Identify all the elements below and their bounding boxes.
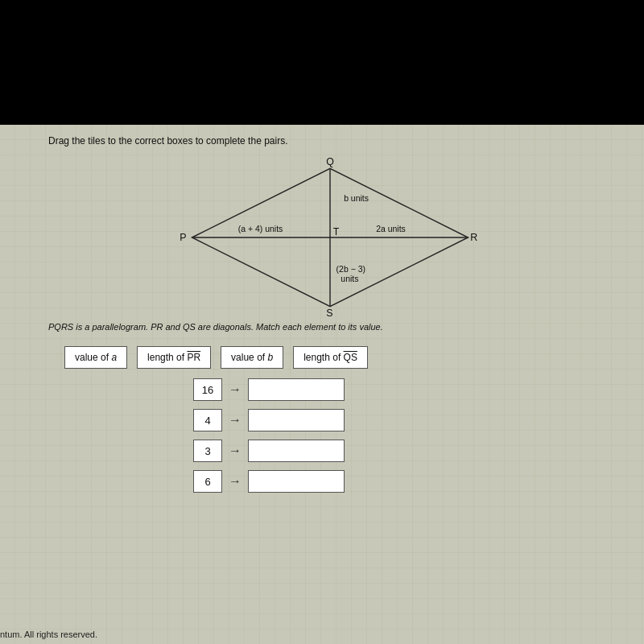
description-span: PQRS is a parallelogram. PR and QS are d… [48,322,383,332]
point-P-label: P [180,232,186,243]
tile-length-pr[interactable]: length of PR [137,346,211,369]
answer-box-4[interactable] [248,409,345,431]
footer-text: ntum. All rights reserved. [0,630,97,639]
parallelogram-diagram: P Q R S T b units (a + 4) units 2a units… [161,157,499,318]
label-TR: 2a units [376,225,406,233]
number-box-3: 3 [193,440,222,462]
number-box-4: 4 [193,409,222,431]
matching-section: 16 → 4 → 3 → 6 → [193,378,345,493]
arrow-6: → [229,474,242,489]
number-box-6: 6 [193,470,222,493]
number-box-16: 16 [193,378,222,401]
tile-value-b[interactable]: value of b [221,346,283,369]
answer-box-16[interactable] [248,378,345,401]
diagram-area: P Q R S T b units (a + 4) units 2a units… [161,157,499,318]
match-row-3: 3 → [193,440,345,462]
arrow-16: → [229,382,242,397]
match-row-16: 16 → [193,378,345,401]
arrow-3: → [229,444,242,458]
label-TS: (2b − 3) [336,265,365,274]
point-R-label: R [470,232,477,243]
match-row-6: 6 → [193,470,345,493]
label-PT: (a + 4) units [238,225,283,233]
match-row-4: 4 → [193,409,345,431]
point-Q-label: Q [326,157,334,167]
tiles-row: value of a length of PR value of b lengt… [64,346,368,369]
tile-length-qs[interactable]: length of QS [293,346,368,369]
answer-box-6[interactable] [248,470,345,493]
point-S-label: S [326,308,332,318]
instructions-text: Drag the tiles to the correct boxes to c… [48,135,287,147]
answer-box-3[interactable] [248,440,345,462]
label-TS-units: units [341,275,358,283]
arrow-4: → [229,413,242,427]
point-T-label: T [333,226,340,237]
tile-value-a[interactable]: value of a [64,346,127,369]
description-text: PQRS is a parallelogram. PR and QS are d… [48,322,383,332]
label-QT: b units [344,194,369,203]
